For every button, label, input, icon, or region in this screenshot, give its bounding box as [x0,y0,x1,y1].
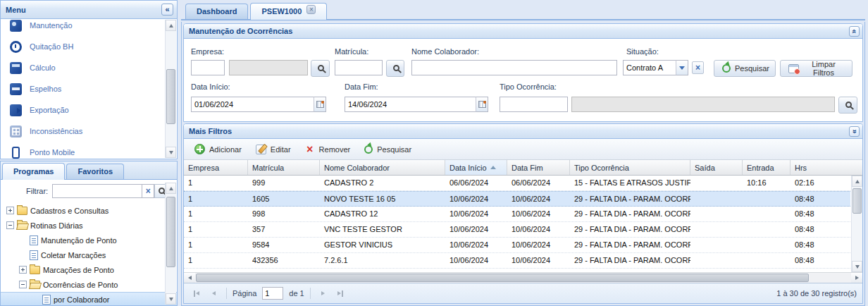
scrollbar-thumb[interactable] [166,197,175,267]
menu-item-calculo[interactable]: Cálculo [1,57,165,78]
report-icon [10,83,22,95]
menu-item-ponto-mobile[interactable]: Ponto Mobile [1,142,165,159]
calendar-icon[interactable] [476,97,488,112]
tipo-ocorrencia-lookup-icon[interactable] [838,97,857,114]
prev-page-button[interactable] [206,286,221,300]
data-inicio-input[interactable] [191,97,326,112]
scroll-left-icon[interactable] [184,273,195,283]
collapse-icon[interactable] [19,281,27,288]
close-tab-icon[interactable] [306,5,316,14]
menu-item-exportacao[interactable]: Exportação [1,99,165,121]
tab-programas[interactable]: Programas [2,163,65,180]
matricula-lookup-icon[interactable] [386,60,404,77]
combo-dropdown-icon[interactable] [676,60,688,75]
scrollbar-thumb[interactable] [196,274,809,282]
tree-node-por-colaborador[interactable]: por Colaborador [1,292,177,305]
expand-panel-icon[interactable] [849,126,860,137]
grid-cell: NOVO TESTE 16 05 [320,192,445,206]
grid-cell: 1 [184,253,248,268]
toolbar-button-editar[interactable]: Editar [249,141,298,158]
nome-colaborador-input[interactable] [411,60,617,75]
next-page-button[interactable] [316,286,330,300]
menu-body: Manutenção Quitação BH Cálculo Espelhos … [1,20,165,159]
expand-icon[interactable] [19,266,27,274]
column-header-tipo-ocorrencia[interactable]: Tipo Ocorrência [570,160,690,175]
empresa-code-input[interactable] [191,60,225,75]
menu-item-quitacao-bh[interactable]: Quitação BH [1,36,165,57]
column-header-nome-colaborador[interactable]: Nome Colaborador [320,160,445,175]
collapse-icon[interactable] [6,221,14,229]
column-header-entrada[interactable]: Entrada [743,160,790,175]
column-header-hrs[interactable]: Hrs [790,160,862,175]
tree-node-cadastros-e-consultas[interactable]: Cadastros e Consultas [1,203,177,218]
vertical-scrollbar[interactable] [165,183,176,305]
tab-psew1000[interactable]: PSEW1000 [250,3,327,20]
table-row[interactable]: 19584GESTOR VINICIUS10/06/202410/06/2024… [184,238,850,253]
tree-node-manutencao-de-ponto[interactable]: Manutenção de Ponto [1,233,177,247]
tree-node-label: Rotinas Diárias [30,221,83,230]
tree-node-label: Ocorrências de Ponto [43,281,118,289]
empresa-lookup-icon[interactable] [311,60,330,77]
toolbar-button-pesquisar[interactable]: Pesquisar [357,141,418,158]
column-header-data-inicio[interactable]: Data Início [445,160,507,175]
menu-item-espelhos[interactable]: Espelhos [1,78,165,99]
first-page-button[interactable] [190,286,204,300]
tree-node-ocorrencias-de-ponto[interactable]: Ocorrências de Ponto [1,277,177,292]
scroll-down-icon[interactable] [852,261,862,272]
data-fim-label: Data Fim: [345,82,378,91]
scrollbar-thumb[interactable] [852,188,862,214]
data-fim-input[interactable] [345,97,488,112]
filter-input[interactable] [52,184,142,198]
matricula-input[interactable] [335,60,383,75]
scroll-down-icon[interactable] [166,147,176,158]
tree-node-label: Coletar Marcações [41,251,106,259]
calendar-icon[interactable] [314,97,326,112]
clear-filter-icon[interactable] [142,184,154,198]
situacao-clear-icon[interactable] [692,61,704,74]
toolbar-button-adicionar[interactable]: Adicionar [187,141,249,158]
page-input[interactable] [262,287,283,300]
toolbar-button-remover[interactable]: Remover [298,141,358,158]
tab-favoritos[interactable]: Favoritos [66,164,124,179]
table-row[interactable]: 14323567.2.6.110/06/202410/06/202429 - F… [184,253,850,269]
scroll-up-icon[interactable] [852,176,862,187]
column-header-empresa[interactable]: Empresa [184,160,248,175]
table-row[interactable]: 1357VNC TESTE GESTOR10/06/202410/06/2024… [184,222,850,238]
grid-cell: 29 - FALTA DIA - PARAM. OCORR. [570,253,690,268]
table-row[interactable]: 1999CADASTRO 206/06/202406/06/202415 - F… [184,176,850,191]
panel-title: Manutenção de Ocorrências [189,27,292,35]
tree-node-marcacoes-de-ponto[interactable]: Marcações de Ponto [1,262,177,277]
scroll-up-icon[interactable] [166,183,176,194]
column-header-matricula[interactable]: Matrícula [248,160,320,175]
scroll-down-icon[interactable] [166,293,176,305]
collapse-panel-icon[interactable] [849,26,860,37]
pesquisar-button[interactable]: Pesquisar [714,60,776,77]
scroll-up-icon[interactable] [166,20,176,31]
tree-node-rotinas-diarias[interactable]: Rotinas Diárias [1,218,177,233]
double-chevron-left-icon[interactable] [161,4,173,16]
vertical-scrollbar[interactable] [851,176,862,272]
last-page-button[interactable] [333,286,347,300]
column-header-saida[interactable]: Saída [690,160,743,175]
column-header-label: Nome Colaborador [324,164,390,172]
edit-icon [256,145,266,154]
grid-cell: 29 - FALTA DIA - PARAM. OCORR. [570,238,690,252]
table-row[interactable]: 11605NOVO TESTE 16 0510/06/202410/06/202… [184,191,850,207]
horizontal-scrollbar[interactable] [184,272,862,283]
menu-item-label: Exportação [30,106,69,114]
tipo-ocorrencia-code-input[interactable] [500,97,568,112]
toolbar-button-label: Remover [319,145,351,154]
column-header-data-fim[interactable]: Data Fim [507,160,570,175]
vertical-scrollbar[interactable] [165,20,176,158]
table-row[interactable]: 1998CADASTRO 1210/06/202410/06/202429 - … [184,207,850,222]
limpar-filtros-button[interactable]: Limpar Filtros [780,60,852,77]
tab-dashboard[interactable]: Dashboard [185,4,248,19]
menu-item-inconsistencias[interactable]: Inconsistências [1,121,165,142]
mais-filtros-header[interactable]: Mais Filtros [184,124,862,139]
expand-icon[interactable] [6,207,14,214]
scrollbar-thumb[interactable] [166,69,175,124]
menu-item-manutencao[interactable]: Manutenção [1,20,165,36]
scroll-right-icon[interactable] [851,273,862,283]
grid-cell: 08:48 [790,222,850,237]
tree-node-coletar-marcacoes[interactable]: Coletar Marcações [1,247,177,262]
